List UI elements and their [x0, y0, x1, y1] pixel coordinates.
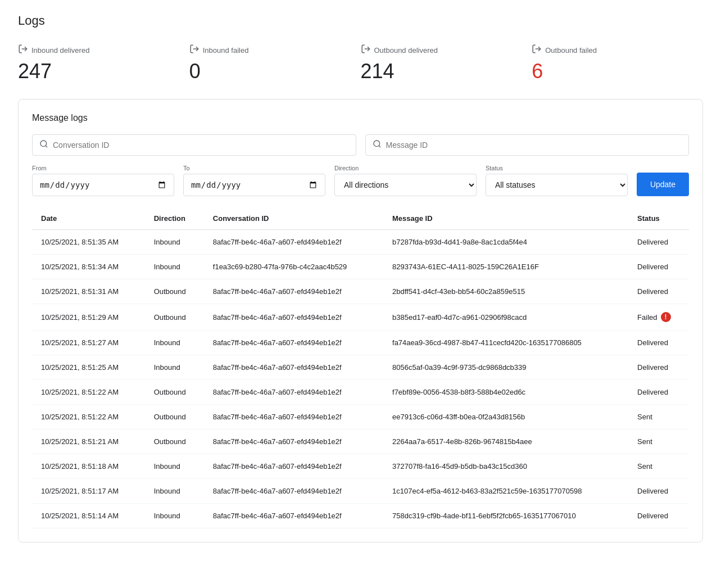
cell-2-3: 2bdff541-d4cf-43eb-bb54-60c2a859e515 [383, 279, 628, 304]
conversation-search-box [32, 134, 356, 156]
cell-status-7: Sent [628, 405, 689, 429]
cell-5-1: Inbound [145, 355, 204, 380]
update-button[interactable]: Update [637, 173, 689, 196]
table-row[interactable]: 10/25/2021, 8:51:22 AMOutbound8afac7ff-b… [32, 380, 689, 405]
table-header-date: Date [32, 207, 145, 230]
cell-0-2: 8afac7ff-be4c-46a7-a607-efd494eb1e2f [204, 230, 383, 255]
table-row[interactable]: 10/25/2021, 8:51:18 AMInbound8afac7ff-be… [32, 454, 689, 479]
cell-2-0: 10/25/2021, 8:51:31 AM [32, 279, 145, 304]
cell-9-1: Inbound [145, 454, 204, 479]
status-select[interactable]: All statusesDeliveredFailedSent [486, 174, 628, 196]
cell-1-2: f1ea3c69-b280-47fa-976b-c4c2aac4b529 [204, 255, 383, 279]
direction-field: Direction All directionsInboundOutbound [334, 165, 477, 196]
stat-label-inbound-failed: Inbound failed [189, 44, 361, 56]
cell-8-2: 8afac7ff-be4c-46a7-a607-efd494eb1e2f [204, 429, 383, 454]
cell-11-0: 10/25/2021, 8:51:14 AM [32, 504, 145, 528]
status-label: Status [486, 165, 628, 171]
cell-status-4: Delivered [628, 331, 689, 355]
message-search-box [365, 134, 690, 156]
cell-9-0: 10/25/2021, 8:51:18 AM [32, 454, 145, 479]
table-header-conversation-id: Conversation ID [204, 207, 383, 230]
cell-status-9: Sent [628, 454, 689, 479]
cell-7-1: Outbound [145, 405, 204, 429]
cell-11-3: 758dc319-cf9b-4ade-bf11-6ebf5f2fcb65-163… [383, 504, 628, 528]
direction-select[interactable]: All directionsInboundOutbound [334, 174, 477, 196]
cell-5-3: 8056c5af-0a39-4c9f-9735-dc9868dcb339 [383, 355, 628, 380]
to-label: To [183, 165, 325, 171]
to-date-input[interactable] [183, 174, 325, 196]
svg-line-7 [379, 146, 380, 147]
table-header-direction: Direction [145, 207, 204, 230]
from-date-field: From [32, 165, 174, 196]
stat-outbound-delivered: Outbound delivered 214 [361, 44, 532, 83]
cell-3-1: Outbound [145, 304, 204, 331]
cell-6-2: 8afac7ff-be4c-46a7-a607-efd494eb1e2f [204, 380, 383, 405]
cell-2-2: 8afac7ff-be4c-46a7-a607-efd494eb1e2f [204, 279, 383, 304]
cell-9-3: 372707f8-fa16-45d9-b5db-ba43c15cd360 [383, 454, 628, 479]
cell-0-3: b7287fda-b93d-4d41-9a8e-8ac1cda5f4e4 [383, 230, 628, 255]
card-title: Message logs [32, 113, 689, 123]
table-row[interactable]: 10/25/2021, 8:51:31 AMOutbound8afac7ff-b… [32, 279, 689, 304]
table-row[interactable]: 10/25/2021, 8:51:27 AMInbound8afac7ff-be… [32, 331, 689, 355]
stat-outbound-failed: Outbound failed 6 [532, 44, 703, 83]
cell-status-6: Delivered [628, 380, 689, 405]
cell-6-1: Outbound [145, 380, 204, 405]
cell-11-1: Inbound [145, 504, 204, 528]
stat-label-outbound-failed: Outbound failed [532, 44, 703, 56]
filter-row: From To Direction All directionsInboundO… [32, 165, 689, 196]
table-row[interactable]: 10/25/2021, 8:51:22 AMOutbound8afac7ff-b… [32, 405, 689, 429]
message-search-icon [373, 139, 382, 151]
cell-8-1: Outbound [145, 429, 204, 454]
table-head: DateDirectionConversation IDMessage IDSt… [32, 207, 689, 230]
cell-10-2: 8afac7ff-be4c-46a7-a607-efd494eb1e2f [204, 479, 383, 504]
stat-label-text-outbound-delivered: Outbound delivered [374, 46, 438, 55]
cell-status-1: Delivered [628, 255, 689, 279]
stat-inbound-delivered: Inbound delivered 247 [18, 44, 189, 83]
stat-icon-inbound-delivered [18, 44, 28, 56]
message-logs-card: Message logs From To [18, 99, 703, 542]
search-row [32, 134, 689, 156]
cell-0-1: Inbound [145, 230, 204, 255]
stat-value-inbound-failed: 0 [189, 60, 361, 83]
from-date-input[interactable] [32, 174, 174, 196]
cell-3-3: b385ed17-eaf0-4d7c-a961-02906f98cacd [383, 304, 628, 331]
table-row[interactable]: 10/25/2021, 8:51:17 AMInbound8afac7ff-be… [32, 479, 689, 504]
svg-line-5 [46, 146, 47, 147]
table-row[interactable]: 10/25/2021, 8:51:14 AMInbound8afac7ff-be… [32, 504, 689, 528]
status-text: Failed [637, 313, 657, 322]
message-id-input[interactable] [386, 141, 682, 150]
cell-1-0: 10/25/2021, 8:51:34 AM [32, 255, 145, 279]
cell-1-3: 8293743A-61EC-4A11-8025-159C26A1E16F [383, 255, 628, 279]
cell-status-0: Delivered [628, 230, 689, 255]
stat-label-text-outbound-failed: Outbound failed [545, 46, 597, 55]
cell-8-0: 10/25/2021, 8:51:21 AM [32, 429, 145, 454]
stats-row: Inbound delivered 247 Inbound failed 0 [18, 44, 703, 83]
stat-value-outbound-failed: 6 [532, 60, 703, 83]
conversation-id-input[interactable] [53, 141, 349, 150]
cell-5-2: 8afac7ff-be4c-46a7-a607-efd494eb1e2f [204, 355, 383, 380]
cell-9-2: 8afac7ff-be4c-46a7-a607-efd494eb1e2f [204, 454, 383, 479]
cell-3-0: 10/25/2021, 8:51:29 AM [32, 304, 145, 331]
table-row[interactable]: 10/25/2021, 8:51:29 AMOutbound8afac7ff-b… [32, 304, 689, 331]
direction-label: Direction [334, 165, 477, 171]
table-row[interactable]: 10/25/2021, 8:51:21 AMOutbound8afac7ff-b… [32, 429, 689, 454]
table-body: 10/25/2021, 8:51:35 AMInbound8afac7ff-be… [32, 230, 689, 528]
table-row[interactable]: 10/25/2021, 8:51:35 AMInbound8afac7ff-be… [32, 230, 689, 255]
cell-status-8: Sent [628, 429, 689, 454]
cell-10-3: 1c107ec4-ef5a-4612-b463-83a2f521c59e-163… [383, 479, 628, 504]
table-row[interactable]: 10/25/2021, 8:51:25 AMInbound8afac7ff-be… [32, 355, 689, 380]
cell-8-3: 2264aa7a-6517-4e8b-826b-9674815b4aee [383, 429, 628, 454]
stat-value-inbound-delivered: 247 [18, 60, 189, 83]
failed-icon: ! [661, 312, 671, 322]
table-header-status: Status [628, 207, 689, 230]
svg-point-4 [40, 141, 47, 147]
cell-5-0: 10/25/2021, 8:51:25 AM [32, 355, 145, 380]
conversation-search-icon [39, 139, 48, 151]
table-row[interactable]: 10/25/2021, 8:51:34 AMInboundf1ea3c69-b2… [32, 255, 689, 279]
page-title: Logs [18, 13, 703, 28]
stat-icon-outbound-failed [532, 44, 542, 56]
page-container: Logs Inbound delivered 247 [0, 0, 721, 556]
cell-1-1: Inbound [145, 255, 204, 279]
stat-inbound-failed: Inbound failed 0 [189, 44, 361, 83]
cell-0-0: 10/25/2021, 8:51:35 AM [32, 230, 145, 255]
